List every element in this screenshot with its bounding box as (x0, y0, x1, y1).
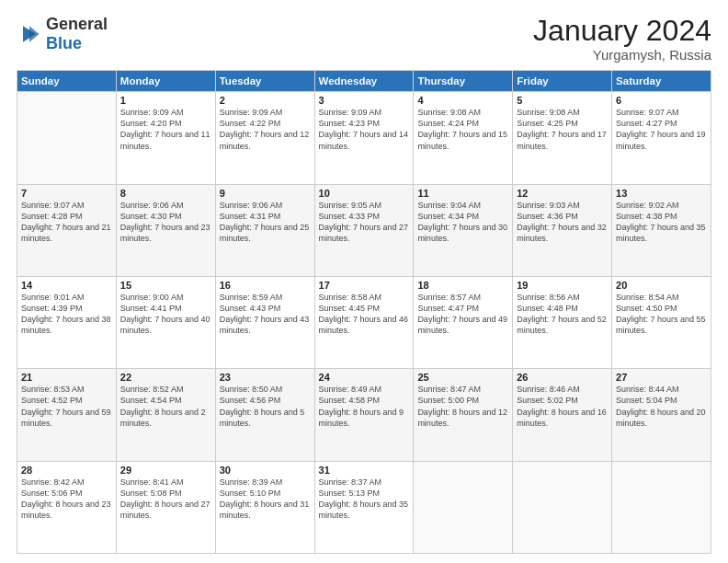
day-info: Sunrise: 9:09 AM Sunset: 4:20 PM Dayligh… (120, 107, 211, 152)
calendar-cell: 4 Sunrise: 9:08 AM Sunset: 4:24 PM Dayli… (414, 92, 513, 184)
calendar-cell: 13 Sunrise: 9:02 AM Sunset: 4:38 PM Dayl… (612, 184, 711, 276)
day-number: 15 (120, 280, 211, 291)
calendar-body: 1 Sunrise: 9:09 AM Sunset: 4:20 PM Dayli… (17, 92, 711, 554)
day-info: Sunrise: 9:05 AM Sunset: 4:33 PM Dayligh… (319, 200, 410, 245)
title-block: January 2024 Yurgamysh, Russia (533, 15, 711, 63)
day-number: 8 (120, 188, 211, 199)
calendar-cell: 1 Sunrise: 9:09 AM Sunset: 4:20 PM Dayli… (116, 92, 215, 184)
calendar-cell (17, 92, 117, 184)
day-info: Sunrise: 8:54 AM Sunset: 4:50 PM Dayligh… (616, 292, 707, 337)
day-info: Sunrise: 8:39 AM Sunset: 5:10 PM Dayligh… (220, 477, 311, 522)
calendar-week-row: 21 Sunrise: 8:53 AM Sunset: 4:52 PM Dayl… (17, 369, 711, 461)
day-number: 21 (21, 372, 112, 383)
col-thursday: Thursday (414, 71, 513, 92)
calendar-cell: 31 Sunrise: 8:37 AM Sunset: 5:13 PM Dayl… (314, 461, 414, 553)
day-info: Sunrise: 8:37 AM Sunset: 5:13 PM Dayligh… (319, 477, 410, 522)
day-info: Sunrise: 9:09 AM Sunset: 4:22 PM Dayligh… (220, 107, 311, 152)
day-number: 25 (417, 372, 508, 383)
day-number: 19 (517, 280, 608, 291)
day-info: Sunrise: 9:07 AM Sunset: 4:27 PM Dayligh… (616, 107, 707, 152)
day-number: 4 (417, 95, 508, 106)
logo-general: General (46, 15, 108, 33)
day-number: 22 (120, 372, 211, 383)
month-title: January 2024 (533, 15, 711, 47)
calendar-cell: 7 Sunrise: 9:07 AM Sunset: 4:28 PM Dayli… (17, 184, 117, 276)
calendar-cell: 6 Sunrise: 9:07 AM Sunset: 4:27 PM Dayli… (612, 92, 711, 184)
calendar-cell: 24 Sunrise: 8:49 AM Sunset: 4:58 PM Dayl… (314, 369, 414, 461)
calendar-cell: 22 Sunrise: 8:52 AM Sunset: 4:54 PM Dayl… (116, 369, 215, 461)
svg-marker-1 (29, 26, 40, 42)
day-number: 10 (319, 188, 410, 199)
day-info: Sunrise: 9:06 AM Sunset: 4:31 PM Dayligh… (220, 200, 311, 245)
day-info: Sunrise: 9:01 AM Sunset: 4:39 PM Dayligh… (21, 292, 112, 337)
calendar-cell: 17 Sunrise: 8:58 AM Sunset: 4:45 PM Dayl… (314, 276, 414, 368)
calendar-cell: 11 Sunrise: 9:04 AM Sunset: 4:34 PM Dayl… (414, 184, 513, 276)
logo-icon (17, 21, 42, 47)
day-info: Sunrise: 8:42 AM Sunset: 5:06 PM Dayligh… (21, 477, 112, 522)
day-info: Sunrise: 9:00 AM Sunset: 4:41 PM Dayligh… (120, 292, 211, 337)
day-number: 3 (319, 95, 410, 106)
calendar-cell: 23 Sunrise: 8:50 AM Sunset: 4:56 PM Dayl… (215, 369, 314, 461)
day-number: 30 (220, 465, 311, 476)
day-info: Sunrise: 8:59 AM Sunset: 4:43 PM Dayligh… (220, 292, 311, 337)
calendar-table: Sunday Monday Tuesday Wednesday Thursday… (17, 70, 711, 554)
logo-text: General Blue (46, 15, 108, 53)
day-number: 24 (319, 372, 410, 383)
calendar-cell (513, 461, 612, 553)
day-info: Sunrise: 8:57 AM Sunset: 4:47 PM Dayligh… (417, 292, 508, 337)
day-info: Sunrise: 9:04 AM Sunset: 4:34 PM Dayligh… (417, 200, 508, 245)
day-number: 29 (120, 465, 211, 476)
day-number: 16 (220, 280, 311, 291)
calendar-cell: 21 Sunrise: 8:53 AM Sunset: 4:52 PM Dayl… (17, 369, 117, 461)
calendar-week-row: 1 Sunrise: 9:09 AM Sunset: 4:20 PM Dayli… (17, 92, 711, 184)
day-number: 17 (319, 280, 410, 291)
calendar-cell: 14 Sunrise: 9:01 AM Sunset: 4:39 PM Dayl… (17, 276, 117, 368)
calendar-cell: 10 Sunrise: 9:05 AM Sunset: 4:33 PM Dayl… (314, 184, 414, 276)
header-row: Sunday Monday Tuesday Wednesday Thursday… (17, 71, 711, 92)
calendar-cell: 30 Sunrise: 8:39 AM Sunset: 5:10 PM Dayl… (215, 461, 314, 553)
day-info: Sunrise: 8:46 AM Sunset: 5:02 PM Dayligh… (517, 384, 608, 429)
day-number: 5 (517, 95, 608, 106)
day-number: 20 (616, 280, 707, 291)
day-number: 27 (616, 372, 707, 383)
calendar-cell: 16 Sunrise: 8:59 AM Sunset: 4:43 PM Dayl… (215, 276, 314, 368)
calendar-cell: 15 Sunrise: 9:00 AM Sunset: 4:41 PM Dayl… (116, 276, 215, 368)
day-number: 28 (21, 465, 112, 476)
day-number: 18 (417, 280, 508, 291)
col-friday: Friday (513, 71, 612, 92)
col-monday: Monday (116, 71, 215, 92)
calendar-cell: 19 Sunrise: 8:56 AM Sunset: 4:48 PM Dayl… (513, 276, 612, 368)
day-info: Sunrise: 8:50 AM Sunset: 4:56 PM Dayligh… (220, 384, 311, 429)
calendar-cell: 5 Sunrise: 9:08 AM Sunset: 4:25 PM Dayli… (513, 92, 612, 184)
calendar-week-row: 14 Sunrise: 9:01 AM Sunset: 4:39 PM Dayl… (17, 276, 711, 368)
calendar-cell (612, 461, 711, 553)
day-info: Sunrise: 8:41 AM Sunset: 5:08 PM Dayligh… (120, 477, 211, 522)
day-info: Sunrise: 9:06 AM Sunset: 4:30 PM Dayligh… (120, 200, 211, 245)
calendar-cell: 29 Sunrise: 8:41 AM Sunset: 5:08 PM Dayl… (116, 461, 215, 553)
day-number: 12 (517, 188, 608, 199)
day-number: 26 (517, 372, 608, 383)
calendar-cell: 18 Sunrise: 8:57 AM Sunset: 4:47 PM Dayl… (414, 276, 513, 368)
header: General Blue January 2024 Yurgamysh, Rus… (17, 15, 711, 63)
calendar-cell: 27 Sunrise: 8:44 AM Sunset: 5:04 PM Dayl… (612, 369, 711, 461)
calendar-cell: 2 Sunrise: 9:09 AM Sunset: 4:22 PM Dayli… (215, 92, 314, 184)
day-number: 1 (120, 95, 211, 106)
calendar-cell: 20 Sunrise: 8:54 AM Sunset: 4:50 PM Dayl… (612, 276, 711, 368)
day-info: Sunrise: 9:03 AM Sunset: 4:36 PM Dayligh… (517, 200, 608, 245)
location-subtitle: Yurgamysh, Russia (533, 47, 711, 63)
day-info: Sunrise: 9:08 AM Sunset: 4:25 PM Dayligh… (517, 107, 608, 152)
day-number: 6 (616, 95, 707, 106)
calendar-cell: 25 Sunrise: 8:47 AM Sunset: 5:00 PM Dayl… (414, 369, 513, 461)
day-number: 7 (21, 188, 112, 199)
calendar-cell: 26 Sunrise: 8:46 AM Sunset: 5:02 PM Dayl… (513, 369, 612, 461)
calendar-week-row: 28 Sunrise: 8:42 AM Sunset: 5:06 PM Dayl… (17, 461, 711, 553)
calendar-cell: 9 Sunrise: 9:06 AM Sunset: 4:31 PM Dayli… (215, 184, 314, 276)
col-saturday: Saturday (612, 71, 711, 92)
day-number: 23 (220, 372, 311, 383)
logo: General Blue (17, 15, 108, 53)
calendar-cell: 12 Sunrise: 9:03 AM Sunset: 4:36 PM Dayl… (513, 184, 612, 276)
calendar-week-row: 7 Sunrise: 9:07 AM Sunset: 4:28 PM Dayli… (17, 184, 711, 276)
logo-blue: Blue (46, 34, 82, 52)
day-info: Sunrise: 8:44 AM Sunset: 5:04 PM Dayligh… (616, 384, 707, 429)
day-info: Sunrise: 8:53 AM Sunset: 4:52 PM Dayligh… (21, 384, 112, 429)
